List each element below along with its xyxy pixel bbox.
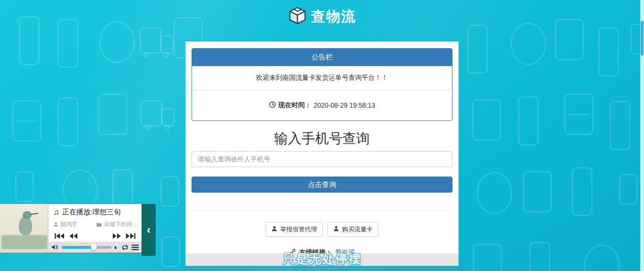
time-label: 现在时间： xyxy=(278,101,311,110)
background-pattern-icon xyxy=(98,93,127,135)
background-pattern-icon xyxy=(15,171,34,202)
now-playing-text: 正在播放:理想三旬 xyxy=(62,208,121,217)
buy-data-card-label: 购买流量卡 xyxy=(342,225,373,234)
welcome-message: 欢迎来到南国流量卡发货运单号查询平台！！ xyxy=(192,66,452,90)
user-icon xyxy=(333,226,339,233)
album-art-bird-beak xyxy=(30,213,38,215)
rewind-icon[interactable] xyxy=(69,233,77,239)
album-art xyxy=(0,204,49,253)
repeat-icon[interactable] xyxy=(121,244,129,251)
background-pattern-icon xyxy=(477,172,512,214)
lyrics-overlay: 只是无处停摆 xyxy=(0,251,644,267)
progress-handle[interactable] xyxy=(91,244,97,250)
background-pattern-icon xyxy=(58,19,78,68)
background-pattern-icon xyxy=(58,97,78,146)
fast-forward-icon[interactable] xyxy=(113,233,121,239)
background-pattern-detail xyxy=(17,120,37,122)
album-art-bird-head xyxy=(23,211,32,219)
background-pattern-detail xyxy=(140,27,161,54)
artist-icon xyxy=(53,222,59,227)
music-note-icon: ♫ xyxy=(53,209,59,216)
query-button[interactable]: 点击查询 xyxy=(192,177,452,193)
artist-name: 陈鸿宇 xyxy=(60,220,77,229)
now-playing-row: ♫ 正在播放:理想三旬 xyxy=(49,204,142,217)
logo-box-icon xyxy=(288,6,307,27)
page: 查物流 公告栏 欢迎来到南国流量卡发货运单号查询平台！！ 现在时间： 2020-… xyxy=(0,0,644,271)
background-pattern-icon xyxy=(99,21,135,63)
album-item: 浓烟下的诗... xyxy=(96,220,137,229)
logo-text: 查物流 xyxy=(311,7,356,26)
scrollbar-track[interactable] xyxy=(640,0,644,271)
time-value: 2020-08-29 19:58:13 xyxy=(314,102,375,109)
background-pattern-icon xyxy=(160,176,179,207)
background-pattern-icon xyxy=(572,167,593,216)
scrollbar-thumb[interactable] xyxy=(641,21,644,56)
phone-input[interactable] xyxy=(192,151,452,167)
progress-fill xyxy=(62,246,94,249)
background-pattern-detail xyxy=(164,125,170,130)
background-pattern-detail xyxy=(141,100,162,127)
background-pattern-icon xyxy=(610,101,630,150)
player-panel: ♫ 正在播放:理想三旬 陈鸿宇 浓烟下的诗... xyxy=(49,204,142,253)
background-pattern-icon xyxy=(555,19,584,60)
background-pattern-icon xyxy=(140,27,175,61)
site-logo: 查物流 xyxy=(288,6,356,27)
announcement-panel: 公告栏 欢迎来到南国流量卡发货运单号查询平台！！ 现在时间： 2020-08-2… xyxy=(192,48,452,121)
album-art-branch xyxy=(1,235,47,249)
background-pattern-icon xyxy=(518,96,539,145)
progress-bar[interactable] xyxy=(62,246,111,249)
collapse-arrow-icon: ‹ xyxy=(147,223,151,237)
divider xyxy=(192,211,452,211)
volume-icon[interactable] xyxy=(51,244,59,250)
report-fake-agent-button[interactable]: 举报假冒代理 xyxy=(266,222,323,237)
secondary-actions: 举报假冒代理 购买流量卡 xyxy=(192,222,452,237)
clock-icon xyxy=(269,101,276,110)
next-track-icon[interactable] xyxy=(125,233,136,239)
playback-controls xyxy=(49,229,142,239)
background-pattern-detail xyxy=(144,125,150,130)
user-icon xyxy=(271,226,277,233)
background-pattern-detail xyxy=(160,35,174,54)
report-fake-agent-label: 举报假冒代理 xyxy=(280,225,317,234)
artist-item: 陈鸿宇 xyxy=(53,220,77,229)
background-pattern-detail xyxy=(163,52,169,58)
album-art-bird xyxy=(19,216,32,235)
background-pattern-icon xyxy=(472,99,501,141)
contrast-toggle-icon[interactable]: ◐ xyxy=(114,244,118,251)
previous-track-icon[interactable] xyxy=(54,233,65,239)
album-name: 浓烟下的诗... xyxy=(104,220,137,229)
background-pattern-detail xyxy=(161,108,175,127)
player-collapse-button[interactable]: ‹ xyxy=(142,204,156,256)
background-pattern-icon xyxy=(523,171,552,212)
playlist-menu-icon[interactable] xyxy=(132,245,139,250)
announcement-header: 公告栏 xyxy=(192,49,452,66)
background-pattern-icon xyxy=(598,27,619,76)
background-pattern-icon xyxy=(467,25,488,74)
background-pattern-detail xyxy=(569,114,589,115)
current-time-row: 现在时间： 2020-08-29 19:58:13 xyxy=(192,90,452,120)
background-pattern-detail xyxy=(143,52,149,58)
query-card: 公告栏 欢迎来到南国流量卡发货运单号查询平台！！ 现在时间： 2020-08-2… xyxy=(185,42,459,266)
query-heading: 输入手机号查询 xyxy=(192,130,452,147)
track-meta-row: 陈鸿宇 浓烟下的诗... xyxy=(49,217,142,229)
background-pattern-icon xyxy=(510,23,546,65)
music-player: ♫ 正在播放:理想三旬 陈鸿宇 浓烟下的诗... xyxy=(0,204,156,256)
buy-data-card-button[interactable]: 购买流量卡 xyxy=(327,222,378,237)
background-pattern-icon xyxy=(19,16,40,65)
background-pattern-icon xyxy=(619,174,638,205)
background-pattern-icon xyxy=(12,100,42,142)
folder-icon xyxy=(96,222,102,227)
background-pattern-icon xyxy=(564,93,594,135)
background-pattern-icon xyxy=(141,100,176,134)
